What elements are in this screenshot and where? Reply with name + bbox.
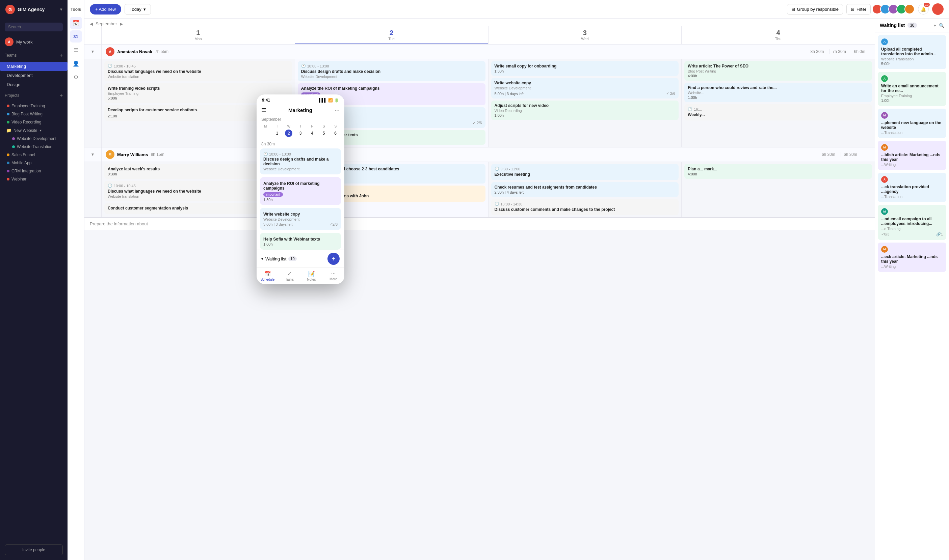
nav-prev-button[interactable]: ◀ [90, 22, 93, 26]
waiting-card[interactable]: M ...blish article: Marketing ...nds thi… [878, 141, 946, 170]
task-time: 🕐 9:30 - 11:00 [495, 167, 676, 171]
mobile-nav-more[interactable]: ··· More [323, 268, 344, 284]
sidebar-folder-new-website[interactable]: 📁 New Website ▾ [0, 126, 68, 135]
task-duration: 4:00h [688, 74, 869, 78]
task-card[interactable]: 🕐 16:... Weekly... [684, 104, 872, 120]
task-card[interactable]: Write email copy for onboarding 1:30h [491, 61, 679, 76]
list-icon[interactable]: ☰ [70, 44, 82, 56]
sidebar-project-blog-post[interactable]: Blog Post Writing [0, 110, 68, 118]
waiting-card[interactable]: A ...ck translation provided ...agency .… [878, 173, 946, 202]
mobile-task-card[interactable]: Help Sofia with Webinar texts 1:00h [260, 233, 341, 250]
mobile-nav-notes[interactable]: 📝 Notes [301, 268, 323, 284]
mobile-overlay: 9:41 ▌▌▌ 📶 🔋 ☰ Marketing ··· September M… [256, 94, 344, 284]
sidebar-item-marketing[interactable]: Marketing [0, 62, 68, 71]
project-dot [7, 162, 9, 164]
settings-icon[interactable]: ⚙ [70, 71, 82, 83]
sidebar-item-development[interactable]: Development [0, 71, 68, 80]
task-card[interactable]: Check resumes and test assigments from c… [491, 182, 679, 197]
mobile-fab-button[interactable]: + [327, 253, 339, 265]
teams-add-icon[interactable]: + [60, 52, 63, 58]
sidebar-project-crm[interactable]: CRM Integration [0, 167, 68, 175]
user-icon[interactable]: 👤 [70, 57, 82, 69]
task-time: 🕐 16:... [688, 107, 869, 111]
user-profile-avatar[interactable] [932, 3, 944, 15]
task-card[interactable]: Write website copy Website Development 5… [491, 78, 679, 98]
task-card[interactable]: Write article: The Power of SEO Blog Pos… [684, 61, 872, 81]
mobile-nav-schedule[interactable]: 📅 Schedule [256, 268, 279, 284]
app-logo[interactable]: G GIM Agency ▾ [0, 0, 68, 19]
invite-people-button[interactable]: Invite people [5, 545, 63, 555]
waiting-card[interactable]: A Upload all completed translations into… [878, 35, 946, 69]
mob-hamburger-icon[interactable]: ☰ [261, 107, 266, 113]
waiting-card-duration: 5:00h [881, 62, 943, 66]
task-card[interactable]: 🕐 13:00 - 14:30 Discuss customer comment… [491, 199, 679, 215]
waiting-search-icon[interactable]: 🔍 [939, 23, 944, 28]
project-label: Website Development [17, 136, 56, 141]
cal-day-5[interactable]: 5 [320, 129, 327, 137]
teams-section-header[interactable]: Teams + [5, 51, 63, 60]
task-project: Website translation [108, 75, 289, 78]
group-by-button[interactable]: ⊞ Group by responsible [787, 4, 843, 14]
cal-day-6[interactable]: 6 [332, 129, 339, 137]
projects-section: Projects + [0, 89, 68, 102]
task-card[interactable]: Find a person who could review and rate … [684, 83, 872, 102]
mobile-task-card[interactable]: 🕐 10:00 - 13:00 Discuss design drafts an… [260, 148, 341, 174]
avatar-group[interactable] [874, 4, 915, 14]
sidebar-project-sales-funnel[interactable]: Sales Funnel [0, 151, 68, 159]
task-title: Write website copy [495, 81, 676, 85]
task-card[interactable]: 🕐 10:00 - 13:00 Discuss design drafts an… [298, 61, 486, 81]
date-icon[interactable]: 31 [70, 30, 82, 43]
waiting-card[interactable]: A Write an email announcement for the ne… [878, 72, 946, 106]
search-input[interactable] [5, 23, 63, 31]
task-project: Website Development [301, 75, 482, 78]
sidebar-project-video-recording[interactable]: Video Recording [0, 118, 68, 126]
cal-label-su: S [330, 124, 341, 129]
mobile-task-duration: 3:00h | 3 days left [263, 222, 293, 227]
cal-day-1[interactable]: 1 [273, 129, 281, 137]
person-name-2: Marry Williams [117, 152, 148, 157]
cal-day-4[interactable]: 4 [309, 129, 316, 137]
task-title: Write training video scripts [108, 86, 289, 91]
task-card[interactable]: Plan a... mark... 4:00h [684, 164, 872, 179]
cal-day-2-today[interactable]: 2 [285, 129, 292, 137]
task-card[interactable]: 🕐 9:30 - 11:00 Executive meeting [491, 164, 679, 180]
waiting-avatar: A [881, 176, 888, 183]
person-toggle-2[interactable]: ▼ [84, 148, 101, 162]
sidebar-project-employee-training[interactable]: Employee Training [0, 102, 68, 110]
mobile-task-card[interactable]: Analyze the ROI of marketing campaigns i… [260, 177, 341, 205]
task-card[interactable]: Adjust scripts for new video Video Recor… [491, 100, 679, 120]
filter-button[interactable]: ⊟ Filter [846, 4, 871, 14]
tools-icon[interactable]: Tools [70, 3, 82, 15]
waiting-card-user: M [881, 208, 943, 215]
sidebar-project-mobile-app[interactable]: Mobile App [0, 159, 68, 167]
notification-button[interactable]: 🔔 10 [918, 4, 929, 14]
person-avatar-1: A [106, 47, 114, 56]
waiting-card[interactable]: M ...plement new language on the website… [878, 109, 946, 138]
add-new-button[interactable]: + Add new [90, 4, 121, 14]
nav-next-button[interactable]: ▶ [120, 22, 123, 26]
sidebar-project-website-trans[interactable]: Website Translation [0, 143, 68, 151]
projects-section-header[interactable]: Projects + [5, 91, 63, 100]
cal-day-3[interactable]: 3 [297, 129, 304, 137]
waiting-add-icon[interactable]: + [934, 23, 936, 28]
person-toggle-1[interactable]: ▼ [84, 45, 101, 59]
waiting-card[interactable]: M ...nd email campaign to all ...employe… [878, 205, 946, 240]
today-button[interactable]: Today ▾ [125, 4, 151, 14]
sidebar-project-website-dev[interactable]: Website Development [0, 135, 68, 143]
calendar-icon[interactable]: 📅 [70, 17, 82, 29]
user-avatar: A [5, 37, 14, 46]
mob-more-icon[interactable]: ··· [335, 106, 339, 114]
project-dot [7, 178, 9, 180]
task-card[interactable]: 🕐 10:00 - 10:45 Discuss what languages w… [104, 61, 292, 81]
mobile-waiting-label[interactable]: ▾ Waiting list 10 [261, 256, 297, 262]
my-work-item[interactable]: A My work [0, 35, 68, 49]
mobile-nav-tasks[interactable]: ✓ Tasks [279, 268, 301, 284]
waiting-avatar: A [881, 75, 888, 82]
mobile-task-card[interactable]: Write website copy Website Development 3… [260, 208, 341, 230]
sidebar-item-design[interactable]: Design [0, 80, 68, 89]
waiting-card[interactable]: M ...eck article: Marketing ...nds this … [878, 243, 946, 272]
day-header-2: 2 Tue [295, 26, 488, 44]
sidebar-project-webinar[interactable]: Webinar [0, 175, 68, 183]
projects-add-icon[interactable]: + [60, 92, 63, 98]
mobile-task-duration: 1:00h [263, 242, 338, 246]
